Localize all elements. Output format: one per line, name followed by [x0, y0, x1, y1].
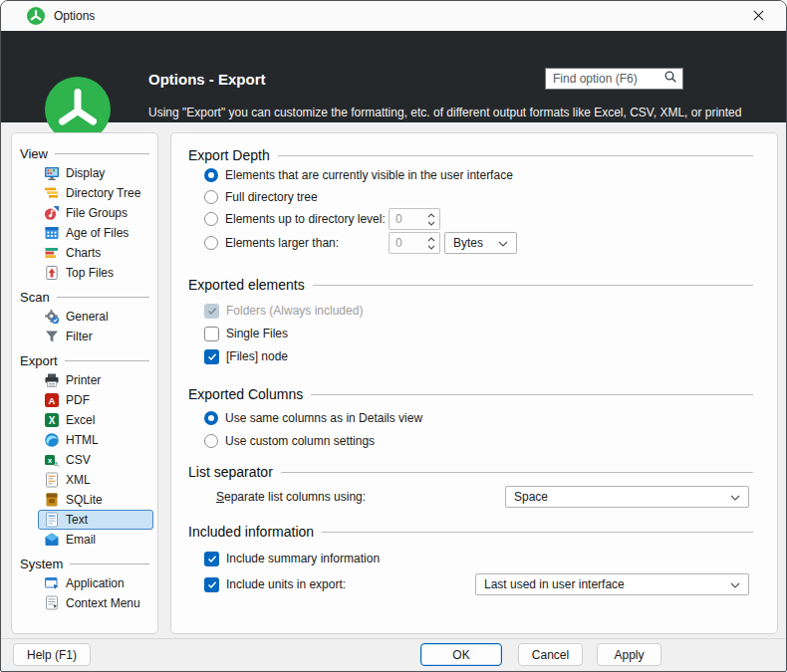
sidebar-item-application[interactable]: Application: [38, 573, 153, 593]
csv-icon: xa,: [44, 452, 60, 468]
radio-full-directory-tree[interactable]: Full directory tree: [204, 187, 318, 207]
sidebar-item-general[interactable]: General: [38, 307, 153, 327]
radio-selected-icon: [204, 411, 218, 425]
section-exported-elements: Exported elements: [188, 275, 753, 295]
checkbox-folders-always-included: Folders (Always included): [204, 301, 363, 321]
sidebar-section-scan: Scan: [12, 287, 157, 307]
checkbox-checked-disabled-icon: [204, 304, 219, 319]
apply-button[interactable]: Apply: [597, 643, 661, 666]
radio-icon: [204, 190, 218, 204]
sidebar-item-sqlite[interactable]: SQLite: [38, 490, 153, 510]
checkbox-include-units[interactable]: Include units in export:: [204, 574, 346, 594]
window-title: Options: [54, 9, 95, 23]
directory-tree-icon: [44, 185, 60, 201]
email-icon: [44, 532, 60, 548]
text-doc-icon: [44, 512, 60, 528]
size-unit-dropdown[interactable]: Bytes: [444, 232, 517, 254]
context-menu-icon: [44, 595, 60, 611]
page-header: Options - Export Using "Export" you can …: [1, 31, 786, 122]
svg-text:a,: a,: [54, 460, 60, 467]
help-button[interactable]: Help (F1): [13, 643, 91, 666]
section-export-depth: Export Depth: [188, 145, 753, 165]
list-separator-label: Separate list columns using:: [216, 487, 366, 507]
sidebar-item-age-of-files[interactable]: Age of Files: [38, 223, 153, 243]
filter-icon: [44, 329, 60, 344]
treesize-logo-icon: [27, 7, 45, 25]
sidebar-item-csv[interactable]: xa, CSV: [38, 450, 153, 470]
page-title: Options - Export: [148, 71, 266, 88]
sidebar-item-text[interactable]: Text: [38, 510, 153, 530]
radio-custom-column-settings[interactable]: Use custom column settings: [204, 431, 375, 451]
radio-same-columns-details-view[interactable]: Use same columns as in Details view: [204, 408, 422, 428]
age-of-files-icon: [44, 225, 60, 241]
pdf-icon: A: [44, 392, 60, 408]
svg-text:X: X: [49, 415, 56, 426]
ok-button[interactable]: OK: [420, 643, 502, 666]
excel-icon: X: [44, 412, 60, 428]
units-dropdown[interactable]: Last used in user interface: [475, 573, 749, 595]
size-threshold-spinner[interactable]: 0: [389, 232, 440, 254]
file-groups-icon: [44, 205, 60, 221]
checkbox-checked-icon: [204, 552, 219, 566]
directory-level-spinner[interactable]: 0: [389, 208, 440, 230]
sidebar-item-filter[interactable]: Filter: [38, 327, 153, 346]
gear-check-icon: [44, 309, 60, 325]
options-dialog: Options Options - Export Using "Export" …: [0, 0, 787, 672]
footer-divider: [1, 638, 786, 639]
options-sidebar: View Display Directory Tree File Groups …: [11, 132, 158, 634]
find-option-box: [545, 68, 683, 90]
sidebar-item-file-groups[interactable]: File Groups: [38, 203, 153, 223]
section-list-separator: List separator: [188, 462, 753, 482]
sidebar-item-directory-tree[interactable]: Directory Tree: [38, 183, 153, 203]
svg-text:A: A: [49, 395, 56, 406]
spinner-arrows-icon[interactable]: [427, 213, 435, 226]
sidebar-item-excel[interactable]: X Excel: [38, 410, 153, 430]
section-included-information: Included information: [188, 522, 753, 542]
chevron-down-icon: [498, 236, 508, 250]
list-separator-dropdown[interactable]: Space: [505, 486, 749, 508]
sidebar-item-email[interactable]: Email: [38, 530, 153, 550]
search-icon: [663, 70, 677, 88]
application-icon: [44, 575, 60, 591]
radio-elements-up-to-level[interactable]: Elements up to directory level:: [204, 209, 386, 229]
radio-icon: [204, 212, 218, 226]
display-icon: [44, 165, 60, 181]
sidebar-item-html[interactable]: HTML: [38, 430, 153, 450]
sidebar-item-context-menu[interactable]: Context Menu: [38, 593, 153, 613]
sidebar-section-system: System: [12, 554, 157, 573]
checkbox-single-files[interactable]: Single Files: [204, 324, 288, 343]
export-text-settings-panel: Export Depth Elements that are currently…: [170, 132, 778, 634]
radio-selected-icon: [204, 168, 218, 182]
sidebar-section-view: View: [12, 143, 157, 163]
checkbox-unchecked-icon: [204, 327, 219, 341]
sidebar-item-top-files[interactable]: Top Files: [38, 263, 153, 283]
charts-icon: [44, 245, 60, 261]
section-exported-columns: Exported Columns: [188, 384, 753, 404]
find-option-input[interactable]: [551, 71, 663, 87]
checkbox-include-summary[interactable]: Include summary information: [204, 549, 380, 568]
radio-visible-elements[interactable]: Elements that are currently visible in t…: [204, 165, 513, 185]
checkbox-checked-icon: [204, 577, 219, 592]
sqlite-icon: [44, 492, 60, 508]
checkbox-checked-icon: [204, 349, 219, 364]
cancel-button[interactable]: Cancel: [518, 643, 583, 666]
spinner-arrows-icon[interactable]: [427, 237, 435, 250]
sidebar-section-export: Export: [12, 350, 157, 370]
close-icon: [753, 7, 764, 25]
close-button[interactable]: [736, 1, 780, 31]
radio-icon: [204, 434, 218, 448]
sidebar-item-display[interactable]: Display: [38, 163, 153, 183]
radio-icon: [204, 236, 218, 250]
chevron-down-icon: [730, 490, 740, 504]
sidebar-item-pdf[interactable]: A PDF: [38, 390, 153, 410]
sidebar-item-printer[interactable]: Printer: [38, 370, 153, 390]
html-icon: [44, 432, 60, 448]
sidebar-item-charts[interactable]: Charts: [38, 243, 153, 263]
checkbox-files-node[interactable]: [Files] node: [204, 346, 288, 366]
chevron-down-icon: [730, 577, 740, 591]
sidebar-item-xml[interactable]: XML: [38, 470, 153, 490]
title-bar: Options: [1, 1, 786, 31]
printer-icon: [44, 372, 60, 388]
radio-elements-larger-than[interactable]: Elements larger than:: [204, 233, 339, 253]
xml-icon: [44, 472, 60, 488]
